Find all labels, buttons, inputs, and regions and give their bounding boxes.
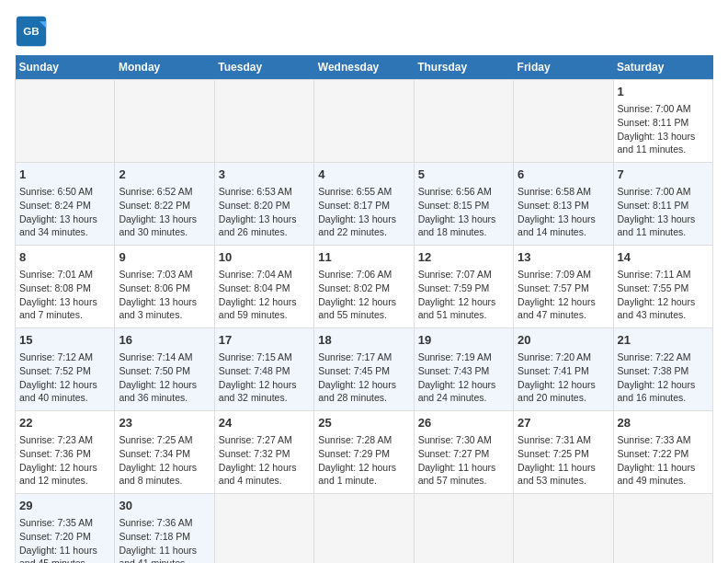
day-number: 11 [318, 249, 409, 266]
sunrise-time: Sunrise: 7:25 AM [119, 434, 192, 445]
calendar-cell: 22Sunrise: 7:23 AMSunset: 7:36 PMDayligh… [16, 411, 115, 494]
calendar-cell: 1Sunrise: 7:00 AMSunset: 8:11 PMDaylight… [613, 80, 712, 163]
daylight-hours: Daylight: 12 hours and 40 minutes. [19, 379, 97, 404]
sunset-time: Sunset: 8:04 PM [219, 282, 290, 293]
day-number: 22 [19, 415, 110, 431]
calendar-week-6: 29Sunrise: 7:35 AMSunset: 7:20 PMDayligh… [16, 494, 713, 564]
daylight-hours: Daylight: 13 hours and 26 minutes. [219, 213, 297, 238]
daylight-hours: Daylight: 12 hours and 20 minutes. [518, 379, 596, 404]
calendar-week-4: 15Sunrise: 7:12 AMSunset: 7:52 PMDayligh… [16, 328, 713, 411]
day-number: 24 [219, 415, 310, 431]
day-number: 2 [119, 167, 210, 183]
sunset-time: Sunset: 7:20 PM [19, 531, 91, 542]
sunrise-time: Sunrise: 7:33 AM [618, 434, 691, 445]
day-number: 21 [618, 332, 709, 349]
calendar-cell: 7Sunrise: 7:00 AMSunset: 8:11 PMDaylight… [613, 163, 712, 246]
calendar-cell: 26Sunrise: 7:30 AMSunset: 7:27 PMDayligh… [414, 411, 513, 494]
sunrise-time: Sunrise: 7:35 AM [19, 517, 93, 528]
sunrise-time: Sunrise: 7:04 AM [219, 269, 292, 280]
sunset-time: Sunset: 7:27 PM [418, 448, 490, 459]
header-row: SundayMondayTuesdayWednesdayThursdayFrid… [16, 55, 713, 80]
day-number: 13 [518, 249, 609, 266]
sunset-time: Sunset: 7:45 PM [318, 365, 390, 376]
sunrise-time: Sunrise: 7:00 AM [618, 186, 691, 197]
sunrise-time: Sunrise: 7:09 AM [518, 269, 591, 280]
sunset-time: Sunset: 7:18 PM [119, 531, 190, 542]
sunset-time: Sunset: 7:57 PM [518, 282, 589, 293]
calendar-cell [414, 80, 513, 163]
calendar-cell [514, 494, 613, 564]
day-number: 15 [19, 332, 110, 349]
sunrise-time: Sunrise: 7:23 AM [19, 434, 93, 445]
daylight-hours: Daylight: 12 hours and 1 minute. [318, 462, 396, 487]
day-number: 18 [318, 332, 409, 349]
day-number: 20 [518, 332, 609, 349]
calendar-week-5: 22Sunrise: 7:23 AMSunset: 7:36 PMDayligh… [16, 411, 713, 494]
calendar-cell [214, 80, 313, 163]
sunset-time: Sunset: 7:34 PM [119, 448, 190, 459]
daylight-hours: Daylight: 12 hours and 4 minutes. [219, 462, 297, 487]
sunrise-time: Sunrise: 7:14 AM [119, 351, 192, 362]
sunset-time: Sunset: 8:06 PM [119, 282, 190, 293]
calendar-cell: 29Sunrise: 7:35 AMSunset: 7:20 PMDayligh… [16, 494, 115, 564]
calendar-cell: 25Sunrise: 7:28 AMSunset: 7:29 PMDayligh… [314, 411, 414, 494]
calendar-cell: 4Sunrise: 6:55 AMSunset: 8:17 PMDaylight… [314, 163, 414, 246]
sunrise-time: Sunrise: 6:55 AM [318, 186, 392, 197]
daylight-hours: Daylight: 12 hours and 24 minutes. [418, 379, 496, 404]
day-number: 5 [418, 167, 509, 183]
sunset-time: Sunset: 7:55 PM [618, 282, 689, 293]
daylight-hours: Daylight: 11 hours and 45 minutes. [19, 545, 97, 563]
sunset-time: Sunset: 7:59 PM [418, 282, 490, 293]
daylight-hours: Daylight: 12 hours and 59 minutes. [219, 296, 297, 321]
sunrise-time: Sunrise: 7:15 AM [219, 351, 292, 362]
daylight-hours: Daylight: 13 hours and 34 minutes. [19, 213, 97, 238]
header-day-monday: Monday [115, 55, 214, 80]
day-number: 1 [19, 167, 110, 183]
calendar-cell: 5Sunrise: 6:56 AMSunset: 8:15 PMDaylight… [414, 163, 513, 246]
day-number: 12 [418, 249, 509, 266]
calendar-cell: 24Sunrise: 7:27 AMSunset: 7:32 PMDayligh… [214, 411, 313, 494]
sunrise-time: Sunrise: 7:11 AM [618, 269, 691, 280]
calendar-cell: 12Sunrise: 7:07 AMSunset: 7:59 PMDayligh… [414, 246, 513, 328]
sunset-time: Sunset: 8:24 PM [19, 200, 91, 211]
sunrise-time: Sunrise: 7:31 AM [518, 434, 591, 445]
day-number: 28 [618, 415, 709, 431]
sunset-time: Sunset: 7:50 PM [119, 365, 190, 376]
calendar-cell: 16Sunrise: 7:14 AMSunset: 7:50 PMDayligh… [115, 328, 214, 411]
day-number: 16 [119, 332, 210, 349]
header-day-saturday: Saturday [613, 55, 712, 80]
calendar-week-1: 1Sunrise: 7:00 AMSunset: 8:11 PMDaylight… [16, 80, 713, 163]
daylight-hours: Daylight: 12 hours and 28 minutes. [318, 379, 396, 404]
sunset-time: Sunset: 7:48 PM [219, 365, 290, 376]
daylight-hours: Daylight: 12 hours and 32 minutes. [219, 379, 297, 404]
daylight-hours: Daylight: 13 hours and 7 minutes. [19, 296, 97, 321]
calendar-cell: 17Sunrise: 7:15 AMSunset: 7:48 PMDayligh… [214, 328, 313, 411]
sunset-time: Sunset: 8:13 PM [518, 200, 589, 211]
daylight-hours: Daylight: 11 hours and 41 minutes. [119, 545, 197, 563]
sunrise-time: Sunrise: 7:27 AM [219, 434, 292, 445]
daylight-hours: Daylight: 12 hours and 36 minutes. [119, 379, 197, 404]
sunset-time: Sunset: 7:41 PM [518, 365, 589, 376]
daylight-hours: Daylight: 11 hours and 57 minutes. [418, 462, 496, 487]
calendar-cell: 30Sunrise: 7:36 AMSunset: 7:18 PMDayligh… [115, 494, 214, 564]
calendar-cell: 28Sunrise: 7:33 AMSunset: 7:22 PMDayligh… [613, 411, 712, 494]
daylight-hours: Daylight: 13 hours and 11 minutes. [618, 131, 696, 155]
day-number: 14 [618, 249, 709, 266]
day-number: 19 [418, 332, 509, 349]
sunset-time: Sunset: 8:17 PM [318, 200, 390, 211]
calendar-table: SundayMondayTuesdayWednesdayThursdayFrid… [15, 55, 713, 563]
sunset-time: Sunset: 7:29 PM [318, 448, 390, 459]
day-number: 4 [318, 167, 409, 183]
sunrise-time: Sunrise: 7:17 AM [318, 351, 392, 362]
daylight-hours: Daylight: 12 hours and 55 minutes. [318, 296, 396, 321]
sunrise-time: Sunrise: 6:53 AM [219, 186, 292, 197]
calendar-cell: 11Sunrise: 7:06 AMSunset: 8:02 PMDayligh… [314, 246, 414, 328]
sunset-time: Sunset: 7:43 PM [418, 365, 490, 376]
sunrise-time: Sunrise: 7:36 AM [119, 517, 192, 528]
daylight-hours: Daylight: 11 hours and 53 minutes. [518, 462, 596, 487]
sunset-time: Sunset: 7:32 PM [219, 448, 290, 459]
calendar-cell [16, 80, 115, 163]
logo-icon: GB [15, 15, 48, 48]
header-day-sunday: Sunday [16, 55, 115, 80]
day-number: 1 [618, 84, 709, 100]
